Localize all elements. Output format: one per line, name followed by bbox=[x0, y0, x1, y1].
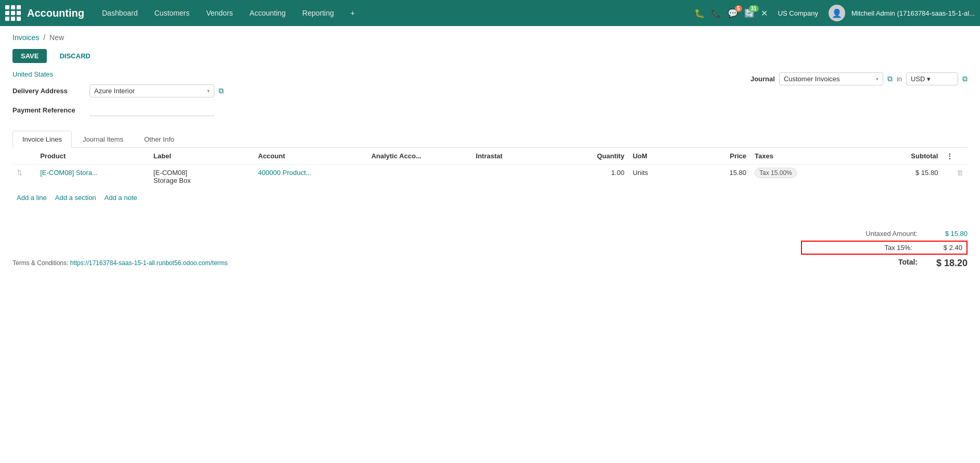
tax-value: $ 2.40 bbox=[921, 244, 962, 252]
form-left-fields: United States Delivery Address Azure Int… bbox=[12, 70, 224, 122]
dropdown-arrow-icon: ▾ bbox=[207, 88, 210, 94]
totals-section: Untaxed Amount: $ 15.80 Tax 15%: $ 2.40 … bbox=[801, 228, 968, 271]
top-nav: Accounting Dashboard Customers Vendors A… bbox=[0, 0, 980, 26]
nav-dashboard[interactable]: Dashboard bbox=[95, 6, 145, 20]
refresh-badge: 31 bbox=[749, 5, 759, 12]
refresh-icon[interactable]: 🔄 31 bbox=[744, 8, 755, 18]
breadcrumb-parent[interactable]: Invoices bbox=[12, 33, 39, 42]
toolbar: SAVE DISCARD bbox=[0, 45, 980, 70]
account-value[interactable]: 400000 Product... bbox=[258, 169, 312, 177]
subtotal-value: $ 15.80 bbox=[855, 165, 942, 189]
bug-icon[interactable]: 🐛 bbox=[694, 8, 705, 18]
untaxed-amount-row: Untaxed Amount: $ 15.80 bbox=[801, 228, 968, 240]
currency-dropdown[interactable]: USD ▾ bbox=[906, 72, 958, 85]
company-name[interactable]: US Company bbox=[778, 9, 818, 17]
untaxed-label: Untaxed Amount: bbox=[801, 230, 926, 237]
breadcrumb-sep: / bbox=[43, 33, 45, 42]
add-note-link[interactable]: Add a note bbox=[105, 194, 137, 202]
right-icons: 🐛 📞 💬 5 🔄 31 ✕ US Company 👤 Mitchell Adm… bbox=[694, 5, 975, 21]
col-header-price: Price bbox=[690, 148, 750, 165]
delivery-address-row: Delivery Address Azure Interior ▾ ⧉ bbox=[12, 84, 224, 97]
col-header-analytic: Analytic Acco... bbox=[367, 148, 472, 165]
tax-label: Tax 15%: bbox=[806, 244, 921, 252]
add-line-link[interactable]: Add a line bbox=[17, 194, 47, 202]
journal-dropdown-arrow-icon: ▾ bbox=[876, 76, 879, 82]
label-line2: Storage Box bbox=[154, 177, 250, 184]
col-header-label: Label bbox=[149, 148, 254, 165]
journal-label: Journal bbox=[750, 75, 775, 83]
journal-value: Customer Invoices bbox=[784, 75, 874, 83]
total-value: $ 18.20 bbox=[926, 258, 968, 269]
label-line1[interactable]: [E-COM08] bbox=[154, 169, 250, 177]
tabs: Invoice Lines Journal Items Other Info bbox=[12, 131, 968, 148]
chat-badge: 5 bbox=[735, 5, 742, 12]
delivery-address-dropdown[interactable]: Azure Interior ▾ bbox=[90, 84, 214, 97]
price-value[interactable]: 15.80 bbox=[690, 165, 750, 189]
terms-area: Terms & Conditions: https://17163784-saa… bbox=[12, 251, 228, 271]
currency-ext-link-icon[interactable]: ⧉ bbox=[962, 74, 968, 83]
table-row: ⇅ [E-COM08] Stora... [E-COM08] Storage B… bbox=[12, 165, 968, 189]
discard-button[interactable]: DISCARD bbox=[51, 49, 98, 63]
payment-reference-label: Payment Reference bbox=[12, 106, 85, 114]
nav-reporting[interactable]: Reporting bbox=[295, 6, 341, 20]
invoice-table: Product Label Account Analytic Acco... I… bbox=[12, 148, 968, 189]
payment-reference-row: Payment Reference bbox=[12, 104, 224, 116]
breadcrumb-current: New bbox=[49, 33, 64, 42]
uom-value[interactable]: Units bbox=[629, 165, 690, 189]
app-menu-icon[interactable] bbox=[5, 5, 21, 21]
tab-other-info[interactable]: Other Info bbox=[134, 131, 184, 147]
chat-icon[interactable]: 💬 5 bbox=[728, 8, 738, 18]
intrastat-value[interactable] bbox=[472, 165, 558, 189]
col-header-quantity: Quantity bbox=[559, 148, 629, 165]
col-header-subtotal: Subtotal bbox=[855, 148, 942, 165]
currency-value: USD bbox=[911, 75, 925, 83]
nav-accounting[interactable]: Accounting bbox=[243, 6, 293, 20]
nav-vendors[interactable]: Vendors bbox=[199, 6, 240, 20]
avatar[interactable]: 👤 bbox=[829, 5, 845, 21]
untaxed-value: $ 15.80 bbox=[926, 230, 968, 237]
add-links: Add a line Add a section Add a note bbox=[12, 189, 968, 207]
quantity-value[interactable]: 1.00 bbox=[559, 165, 629, 189]
delete-row-icon[interactable]: 🗑 bbox=[957, 169, 963, 177]
username: Mitchell Admin (17163784-saas-15-1-al... bbox=[851, 9, 975, 17]
nav-add[interactable]: + bbox=[343, 6, 362, 20]
country-value[interactable]: United States bbox=[12, 70, 53, 78]
total-row: Total: $ 18.20 bbox=[801, 256, 968, 271]
terms-url[interactable]: https://17163784-saas-15-1-all.runbot56.… bbox=[70, 259, 228, 267]
app-brand: Accounting bbox=[27, 7, 84, 19]
add-section-link[interactable]: Add a section bbox=[55, 194, 96, 202]
analytic-value[interactable] bbox=[367, 165, 472, 189]
breadcrumb: Invoices / New bbox=[0, 26, 980, 45]
nav-customers[interactable]: Customers bbox=[147, 6, 197, 20]
drag-handle-icon[interactable]: ⇅ bbox=[17, 169, 22, 177]
save-button[interactable]: SAVE bbox=[12, 49, 47, 63]
delivery-address-label: Delivery Address bbox=[12, 87, 85, 95]
form-right-fields: Journal Customer Invoices ▾ ⧉ in USD ▾ ⧉ bbox=[750, 70, 968, 85]
total-label: Total: bbox=[801, 258, 926, 269]
col-header-taxes: Taxes bbox=[750, 148, 855, 165]
page: Invoices / New SAVE DISCARD United State… bbox=[0, 26, 980, 463]
journal-dropdown[interactable]: Customer Invoices ▾ bbox=[779, 72, 883, 85]
tax-badge[interactable]: Tax 15.00% bbox=[755, 168, 797, 178]
payment-reference-input[interactable] bbox=[90, 104, 214, 116]
currency-dropdown-arrow-icon: ▾ bbox=[927, 75, 931, 83]
product-value[interactable]: [E-COM08] Stora... bbox=[40, 169, 98, 177]
tab-journal-items[interactable]: Journal Items bbox=[73, 131, 133, 147]
close-icon[interactable]: ✕ bbox=[761, 8, 768, 18]
terms-label: Terms & Conditions: bbox=[12, 259, 68, 267]
journal-ext-link-icon[interactable]: ⧉ bbox=[887, 74, 893, 83]
col-header-product: Product bbox=[36, 148, 149, 165]
country-row: United States bbox=[12, 70, 224, 78]
in-text: in bbox=[897, 75, 902, 83]
col-header-uom: UoM bbox=[629, 148, 690, 165]
tab-invoice-lines[interactable]: Invoice Lines bbox=[12, 131, 72, 148]
tax-row: Tax 15%: $ 2.40 bbox=[801, 241, 968, 255]
nav-items: Dashboard Customers Vendors Accounting R… bbox=[95, 6, 694, 20]
delivery-address-ext-link-icon[interactable]: ⧉ bbox=[219, 86, 224, 95]
col-header-intrastat: Intrastat bbox=[472, 148, 558, 165]
phone-icon[interactable]: 📞 bbox=[711, 8, 721, 18]
delivery-address-value: Azure Interior bbox=[94, 87, 205, 95]
form-area: United States Delivery Address Azure Int… bbox=[0, 70, 980, 286]
col-header-account: Account bbox=[254, 148, 367, 165]
col-more-options[interactable]: ⋮ bbox=[942, 148, 968, 165]
